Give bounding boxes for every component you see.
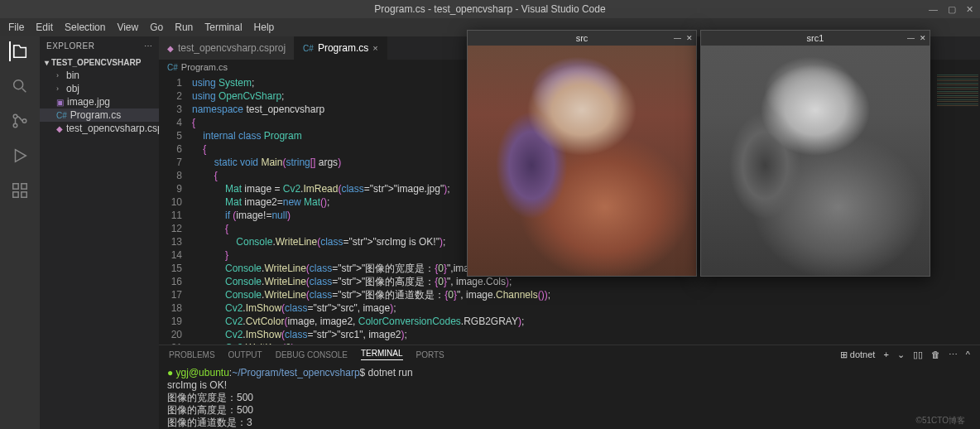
menu-help[interactable]: Help [249, 20, 280, 35]
run-debug-icon[interactable] [10, 146, 30, 166]
tree-item-test_opencvsharp-csproj[interactable]: ◆test_opencvsharp.csproj [40, 122, 159, 135]
panel-tabs: PROBLEMSOUTPUTDEBUG CONSOLETERMINALPORTS… [159, 345, 980, 364]
csharp-file-icon: C# [303, 44, 314, 53]
menu-selection[interactable]: Selection [60, 20, 110, 35]
svg-point-1 [13, 114, 17, 118]
tree-item-program-cs[interactable]: C#Program.cs [40, 108, 159, 122]
tree-item-image-jpg[interactable]: ▣image.jpg [40, 95, 159, 108]
title-bar: Program.cs - test_opencvsharp - Visual S… [0, 0, 980, 18]
svg-point-0 [14, 80, 23, 89]
svg-rect-7 [22, 192, 26, 197]
csharp-file-icon: C# [167, 63, 178, 72]
image-window-titlebar[interactable]: src1—✕ [701, 31, 930, 46]
window-title: Program.cs - test_opencvsharp - Visual S… [374, 3, 605, 15]
sidebar-more-icon[interactable]: ⋯ [144, 41, 153, 51]
svg-point-3 [22, 119, 26, 123]
terminal-shell-label[interactable]: ⊞ dotnet [840, 349, 876, 360]
watermark: ©51CTO博客 [916, 415, 965, 427]
menu-go[interactable]: Go [145, 20, 168, 35]
tab-program-cs[interactable]: C#Program.cs× [295, 36, 387, 60]
terminal-dropdown-icon[interactable]: ⌄ [897, 349, 905, 360]
image-file-icon: ▣ [56, 98, 64, 107]
image-window-src1[interactable]: src1—✕ [700, 30, 930, 277]
tab-test_opencvsharp-csproj[interactable]: ◆test_opencvsharp.csproj [159, 36, 295, 60]
activity-bar [0, 36, 40, 429]
window-close-icon[interactable]: ✕ [920, 34, 926, 42]
menu-view[interactable]: View [112, 20, 143, 35]
svg-rect-6 [13, 192, 18, 197]
menu-terminal[interactable]: Terminal [199, 20, 247, 35]
csharp-file-icon: C# [56, 111, 67, 120]
menu-run[interactable]: Run [170, 20, 198, 35]
bottom-panel: PROBLEMSOUTPUTDEBUG CONSOLETERMINALPORTS… [159, 345, 980, 429]
new-terminal-icon[interactable]: + [883, 349, 888, 359]
sidebar-title: EXPLORER [46, 41, 94, 51]
tree-item-obj[interactable]: ›obj [40, 82, 159, 95]
csproj-file-icon: ◆ [56, 124, 63, 133]
extensions-icon[interactable] [10, 181, 30, 200]
minimap[interactable] [937, 75, 978, 141]
menu-file[interactable]: File [3, 20, 29, 35]
split-terminal-icon[interactable]: ▯▯ [913, 349, 923, 360]
panel-tab-terminal[interactable]: TERMINAL [361, 349, 403, 360]
kill-terminal-icon[interactable]: 🗑 [931, 349, 940, 359]
svg-rect-4 [13, 184, 18, 189]
window-minimize-icon[interactable]: — [929, 4, 938, 15]
window-close-icon[interactable]: ✕ [686, 34, 693, 42]
sidebar: EXPLORER ⋯ ▾ TEST_OPENCVSHARP ›bin›obj▣i… [40, 36, 159, 429]
close-tab-icon[interactable]: × [372, 43, 377, 53]
panel-tab-ports[interactable]: PORTS [416, 350, 444, 359]
menu-edit[interactable]: Edit [31, 20, 58, 35]
panel-tab-problems[interactable]: PROBLEMS [169, 350, 215, 359]
project-root[interactable]: ▾ TEST_OPENCVSHARP [40, 56, 159, 69]
image-window-src[interactable]: src—✕ [467, 30, 697, 277]
panel-tab-output[interactable]: OUTPUT [228, 350, 262, 359]
tree-item-bin[interactable]: ›bin [40, 69, 159, 82]
panel-maximize-icon[interactable]: ^ [966, 349, 970, 359]
image-content [701, 46, 930, 276]
panel-tab-debug-console[interactable]: DEBUG CONSOLE [276, 350, 348, 359]
window-minimize-icon[interactable]: — [674, 34, 681, 42]
source-control-icon[interactable] [10, 111, 30, 131]
explorer-icon[interactable] [9, 41, 29, 61]
svg-rect-5 [22, 184, 26, 189]
window-minimize-icon[interactable]: — [907, 34, 915, 42]
image-window-titlebar[interactable]: src—✕ [468, 31, 696, 46]
svg-point-2 [13, 123, 17, 128]
chevron-down-icon: ▾ [45, 58, 49, 67]
csproj-file-icon: ◆ [167, 44, 174, 53]
search-icon[interactable] [10, 76, 30, 96]
panel-more-icon[interactable]: ⋯ [949, 349, 958, 360]
window-maximize-icon[interactable]: ▢ [948, 4, 956, 15]
line-numbers: 1234567891011121314151617181920212223242… [159, 75, 192, 345]
terminal[interactable]: ● ygj@ubuntu:~/Program/test_opencvsharp$… [159, 364, 980, 429]
window-close-icon[interactable]: ✕ [966, 4, 973, 15]
image-content [468, 46, 696, 276]
